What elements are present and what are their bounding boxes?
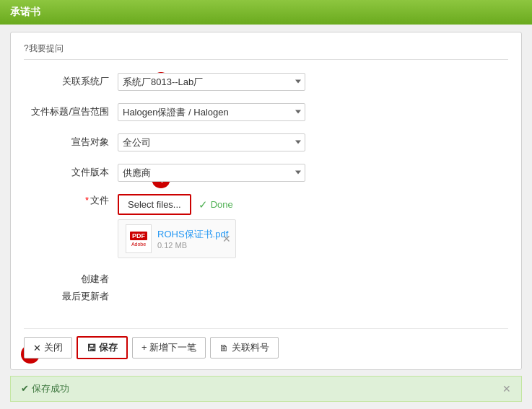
section-label: ?我要提问 (24, 43, 64, 53)
save-icon: 🖫 (87, 343, 96, 353)
form-area: 关联系统厂 系统厂8013--Lab厂 文件标题/宣告范围 Halogen保證書… (24, 70, 508, 328)
field-label-1: 文件标题/宣告范围 (24, 105, 118, 118)
field-label-0: 关联系统厂 (24, 75, 118, 88)
dropdown-0[interactable]: 系统厂8013--Lab厂 (118, 73, 305, 91)
add-label: + 新增下一笔 (141, 341, 196, 354)
field-label-3: 文件版本 (24, 166, 118, 179)
creator-row-0: 创建者 (24, 273, 508, 286)
file-item: PDF Adobe ROHS保证书.pdf 0.12 MB ✕ (118, 219, 236, 258)
creator-row-1: 最后更新者 (24, 290, 508, 303)
save-button[interactable]: 🖫 保存 (77, 336, 128, 359)
main-content: ?我要提问 3 4 关联系统厂 系统厂8013--Lab厂 (0, 25, 532, 409)
field-row-1: 文件标题/宣告范围 Halogen保證書 / Halogen (24, 100, 508, 123)
select-files-button[interactable]: Select files... (118, 194, 191, 215)
card-header: ?我要提问 (24, 43, 508, 60)
pdf-icon: PDF Adobe (126, 224, 152, 253)
success-bar: ✔ 保存成功 ✕ (10, 376, 522, 402)
creators-area: 创建者 最后更新者 (24, 273, 508, 303)
select-2[interactable]: 全公司 (118, 133, 305, 151)
link-button[interactable]: 🗎 关联料号 (210, 337, 279, 359)
done-check-icon: ✓ (199, 198, 208, 211)
file-info: ROHS保证书.pdf 0.12 MB (157, 228, 228, 250)
field-row-2: 宣告对象 全公司 (24, 131, 508, 154)
creator-label-1: 最后更新者 (24, 290, 118, 303)
adobe-label: Adobe (131, 242, 146, 247)
file-name: ROHS保证书.pdf (157, 228, 228, 241)
close-icon: ✕ (33, 343, 41, 353)
close-button[interactable]: ✕ 关闭 (24, 337, 72, 359)
window: 承诺书 ?我要提问 3 4 关联系统厂 系统厂8013--L (0, 0, 532, 409)
file-label: 文件 (24, 194, 118, 207)
file-controls: Select files... ✓ Done (118, 194, 236, 215)
file-section: Select files... ✓ Done PDF Adobe (118, 194, 236, 258)
success-message: ✔ 保存成功 (21, 382, 69, 395)
success-close-button[interactable]: ✕ (502, 383, 511, 395)
select-3[interactable]: 供應商 (118, 164, 305, 182)
title-bar: 承诺书 (0, 0, 532, 25)
link-label: 关联料号 (232, 341, 269, 354)
file-row: 文件 Select files... ✓ Done PDF (24, 194, 508, 258)
dropdown-2[interactable]: 全公司 (118, 133, 305, 151)
save-label: 保存 (99, 341, 118, 354)
main-card: ?我要提问 3 4 关联系统厂 系统厂8013--Lab厂 (10, 32, 522, 370)
add-button[interactable]: + 新增下一笔 (132, 337, 206, 359)
pdf-label: PDF (130, 232, 147, 240)
creator-label-0: 创建者 (24, 273, 118, 286)
select-0[interactable]: 系统厂8013--Lab厂 (118, 73, 305, 91)
done-text: Done (211, 199, 233, 210)
field-row-3: 文件版本 供應商 (24, 161, 508, 184)
select-1[interactable]: Halogen保證書 / Halogen (118, 103, 305, 121)
success-content: ✔ 保存成功 (21, 382, 69, 395)
link-icon: 🗎 (219, 343, 229, 353)
footer-buttons: ✕ 关闭 🖫 保存 + 新增下一笔 🗎 关联料号 (24, 328, 508, 359)
close-label: 关闭 (44, 341, 63, 354)
dropdown-1[interactable]: Halogen保證書 / Halogen (118, 103, 305, 121)
field-label-2: 宣告对象 (24, 136, 118, 149)
done-status: ✓ Done (199, 198, 233, 211)
dropdown-3[interactable]: 供應商 (118, 164, 305, 182)
file-size: 0.12 MB (157, 241, 228, 250)
window-title: 承诺书 (10, 6, 40, 17)
file-close-button[interactable]: ✕ (222, 233, 231, 245)
field-row-0: 关联系统厂 系统厂8013--Lab厂 (24, 70, 508, 93)
